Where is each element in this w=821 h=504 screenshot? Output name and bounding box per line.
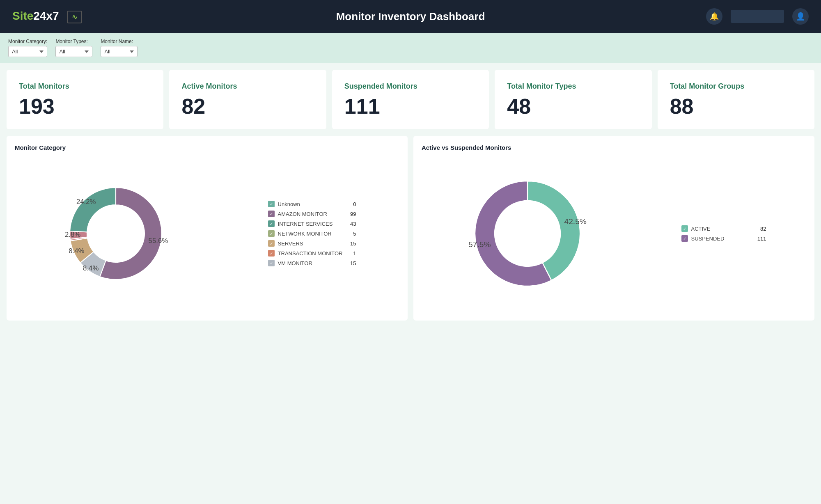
legend-value: 0: [346, 201, 356, 207]
svg-text:8.4%: 8.4%: [83, 264, 99, 272]
legend-item: ✓ VM MONITOR 15: [268, 260, 356, 266]
legend-item: ✓ ACTIVE 82: [681, 225, 766, 232]
chart-category-donut: 55.6%8.4%8.4%2.8%24.2%: [58, 176, 173, 291]
filter-category-group: Monitor Category: All: [8, 39, 47, 57]
legend-value: 1: [346, 250, 356, 257]
stat-card: Total Monitors 193: [7, 70, 163, 129]
chart-active-suspended-panel: Active vs Suspended Monitors 42.5%57.5% …: [413, 136, 814, 321]
filter-types-select[interactable]: All: [55, 46, 92, 57]
legend-color: ✓: [268, 220, 275, 227]
legend-label: SUSPENDED: [691, 236, 753, 242]
legend-value: 43: [346, 221, 356, 227]
legend-color: ✓: [681, 225, 688, 232]
filter-name-label: Monitor Name:: [101, 39, 138, 44]
legend-item: ✓ INTERNET SERVICES 43: [268, 220, 356, 227]
header: Site24x7 ∿ Monitor Inventory Dashboard 🔔…: [0, 0, 821, 33]
legend-label: AMAZON MONITOR: [278, 211, 343, 217]
legend-value: 82: [756, 226, 766, 232]
stat-card: Total Monitor Groups 88: [658, 70, 814, 129]
legend-label: INTERNET SERVICES: [278, 221, 343, 227]
filter-types-group: Monitor Types: All: [55, 39, 92, 57]
chart-category-title: Monitor Category: [15, 144, 399, 151]
stats-row: Total Monitors 193 Active Monitors 82 Su…: [0, 63, 821, 136]
legend-value: 99: [346, 211, 356, 217]
svg-text:55.6%: 55.6%: [148, 237, 168, 245]
legend-color: ✓: [268, 260, 275, 266]
legend-value: 111: [756, 236, 766, 242]
legend-item: ✓ AMAZON MONITOR 99: [268, 211, 356, 217]
legend-label: VM MONITOR: [278, 260, 343, 266]
legend-value: 15: [346, 260, 356, 266]
legend-label: NETWORK MONITOR: [278, 231, 343, 237]
legend-color: ✓: [268, 230, 275, 237]
svg-text:57.5%: 57.5%: [468, 240, 491, 249]
legend-value: 15: [346, 241, 356, 247]
legend-value: 5: [346, 231, 356, 237]
filter-types-label: Monitor Types:: [55, 39, 92, 44]
chart-category-donut-area: 55.6%8.4%8.4%2.8%24.2% ✓ Unknown 0 ✓ AMA…: [15, 158, 399, 309]
svg-text:42.5%: 42.5%: [564, 217, 586, 226]
logo-chart-icon: ∿: [67, 11, 82, 23]
logo-site: Site: [12, 9, 33, 22]
stat-card: Suspended Monitors 111: [332, 70, 489, 129]
filter-category-select[interactable]: All: [8, 46, 47, 57]
legend-item: ✓ TRANSACTION MONITOR 1: [268, 250, 356, 257]
header-search-box: [731, 10, 784, 23]
stat-card-title: Total Monitor Groups: [670, 82, 806, 91]
legend-color: ✓: [268, 211, 275, 217]
filter-name-select[interactable]: All: [101, 46, 138, 57]
stat-card: Active Monitors 82: [169, 70, 326, 129]
header-icons: 🔔 👤: [706, 8, 809, 25]
legend-item: ✓ SERVERS 15: [268, 240, 356, 247]
legend-label: SERVERS: [278, 241, 343, 247]
stat-card: Total Monitor Types 48: [495, 70, 651, 129]
chart-active-suspended-title: Active vs Suspended Monitors: [422, 144, 806, 151]
stat-card-value: 111: [344, 96, 481, 117]
bell-icon[interactable]: 🔔: [706, 8, 722, 25]
legend-item: ✓ SUSPENDED 111: [681, 235, 766, 242]
legend-item: ✓ NETWORK MONITOR 5: [268, 230, 356, 237]
stat-card-title: Active Monitors: [181, 82, 318, 91]
stat-card-title: Total Monitors: [19, 82, 155, 91]
legend-color: ✓: [681, 235, 688, 242]
logo-num: 24x7: [33, 9, 59, 22]
chart-active-suspended-donut: 42.5%57.5%: [462, 168, 593, 299]
legend-item: ✓ Unknown 0: [268, 201, 356, 207]
stat-card-value: 48: [507, 96, 643, 117]
stat-card-title: Total Monitor Types: [507, 82, 643, 91]
filter-name-group: Monitor Name: All: [101, 39, 138, 57]
user-icon[interactable]: 👤: [792, 8, 809, 25]
stat-card-value: 88: [670, 96, 806, 117]
stat-card-value: 82: [181, 96, 318, 117]
svg-text:8.4%: 8.4%: [69, 247, 84, 255]
legend-color: ✓: [268, 250, 275, 257]
chart-category-legend: ✓ Unknown 0 ✓ AMAZON MONITOR 99 ✓ INTERN…: [268, 201, 356, 266]
chart-active-suspended-legend: ✓ ACTIVE 82 ✓ SUSPENDED 111: [681, 225, 766, 242]
header-title: Monitor Inventory Dashboard: [336, 10, 485, 23]
stat-card-title: Suspended Monitors: [344, 82, 481, 91]
charts-row: Monitor Category 55.6%8.4%8.4%2.8%24.2% …: [0, 136, 821, 327]
stat-card-value: 193: [19, 96, 155, 117]
filters-bar: Monitor Category: All Monitor Types: All…: [0, 33, 821, 63]
chart-category-panel: Monitor Category 55.6%8.4%8.4%2.8%24.2% …: [7, 136, 408, 321]
legend-color: ✓: [268, 240, 275, 247]
filter-category-label: Monitor Category:: [8, 39, 47, 44]
chart-active-suspended-donut-area: 42.5%57.5% ✓ ACTIVE 82 ✓ SUSPENDED 111: [422, 158, 806, 309]
svg-text:24.2%: 24.2%: [76, 198, 96, 206]
logo: Site24x7 ∿: [12, 9, 82, 23]
legend-color: ✓: [268, 201, 275, 207]
legend-label: Unknown: [278, 201, 343, 207]
legend-label: TRANSACTION MONITOR: [278, 250, 343, 257]
legend-label: ACTIVE: [691, 226, 753, 232]
